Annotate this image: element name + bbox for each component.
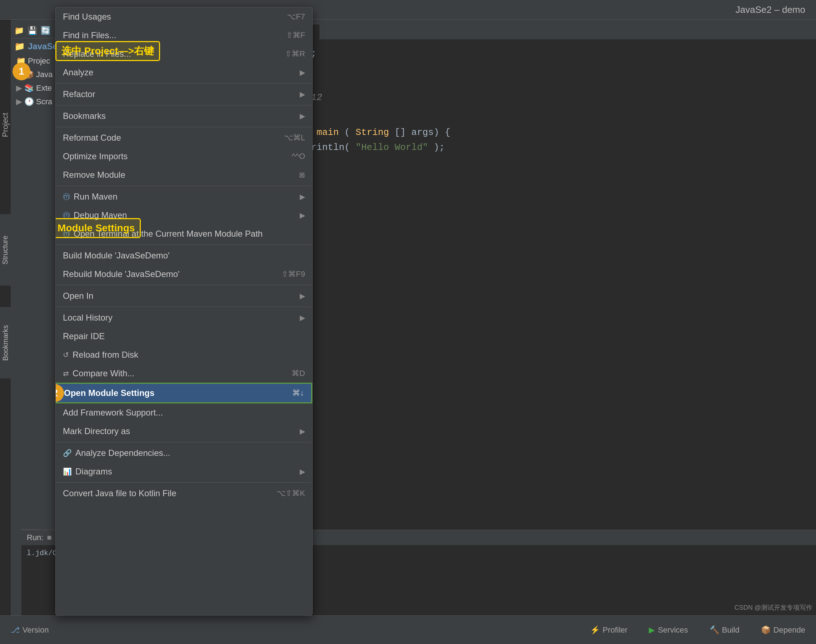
bookmarks-tab-label: Bookmarks (2, 325, 10, 360)
menu-open-module-settings[interactable]: 2 Open Module Settings ⌘↓ (56, 383, 312, 403)
compare-with-label: Compare With... (72, 368, 134, 379)
menu-build-module[interactable]: Build Module 'JavaSeDemo' (56, 246, 312, 265)
menu-add-framework[interactable]: Add Framework Support... (56, 403, 312, 422)
analyze-deps-label: Analyze Dependencies... (75, 448, 171, 458)
compare-with-shortcut: ⌘D (292, 369, 305, 378)
mark-directory-arrow: ▶ (300, 427, 305, 435)
menu-repair-ide[interactable]: Repair IDE (56, 327, 312, 345)
menu-analyze-deps[interactable]: 🔗 Analyze Dependencies... (56, 444, 312, 462)
diagrams-label: Diagrams (75, 466, 112, 477)
reload-icon: ↺ (63, 351, 69, 359)
separator-8 (56, 442, 312, 442)
services-icon: ▶ (649, 626, 655, 635)
convert-kotlin-label: Convert Java file to Kotlin File (63, 488, 176, 498)
run-maven-arrow: ▶ (300, 192, 305, 201)
annotation-bubble-2: 2 (55, 384, 64, 402)
folder-icon[interactable]: 📁 (14, 26, 24, 35)
remove-module-label: Remove Module (63, 170, 125, 180)
refactor-label: Refactor (63, 89, 95, 99)
separator-1 (56, 83, 312, 84)
optimize-imports-label: Optimize Imports (63, 151, 128, 161)
bottom-services[interactable]: ▶ Services (645, 624, 691, 636)
menu-analyze[interactable]: Analyze ▶ (56, 63, 312, 82)
analyze-arrow: ▶ (300, 68, 305, 77)
annotation-box-1: 选中 Project—>右键 (55, 41, 160, 61)
build-label: Build (722, 626, 739, 635)
code-line-1: sjj.demo1; (261, 46, 805, 61)
code-line-date: /7/12 11:12 (261, 90, 805, 105)
find-usages-shortcut: ⌥F7 (287, 12, 305, 21)
open-module-settings-label: Open Module Settings (64, 388, 154, 398)
annotation-text-1: 选中 Project—>右键 (61, 45, 154, 57)
code-line-chinese: 琵琶 (261, 76, 805, 90)
bookmarks-label: Bookmarks (63, 111, 106, 121)
bottom-build[interactable]: 🔨 Build (706, 624, 743, 636)
expand-arrow-3: ▶ (16, 97, 22, 106)
menu-mark-directory[interactable]: Mark Directory as ▶ (56, 422, 312, 440)
mark-directory-label: Mark Directory as (63, 426, 130, 436)
profiler-icon: ⚡ (590, 626, 600, 635)
context-menu: Find Usages ⌥F7 Find in Files... ⇧⌘F Rep… (55, 7, 313, 615)
root-folder-icon: 📁 (14, 41, 25, 51)
find-in-files-label: Find in Files... (63, 30, 116, 40)
build-module-label: Build Module 'JavaSeDemo' (63, 251, 170, 261)
watermark-text: CSDN @测试开发专项写作 (735, 604, 813, 611)
menu-local-history[interactable]: Local History ▶ (56, 308, 312, 327)
refresh-icon[interactable]: 🔄 (41, 26, 51, 35)
separator-2 (56, 105, 312, 105)
separator-7 (56, 307, 312, 307)
menu-compare-with[interactable]: ⇄ Compare With... ⌘D (56, 364, 312, 383)
analyze-deps-icon: 🔗 (63, 449, 72, 457)
bookmarks-tab[interactable]: Bookmarks (0, 307, 11, 379)
annotation-bubble-1: 1 (12, 63, 30, 80)
open-in-label: Open In (63, 291, 93, 301)
tab-bar: C demo.java × (250, 20, 816, 39)
menu-refactor[interactable]: Refactor ▶ (56, 85, 312, 104)
bottom-version[interactable]: ⎇ Version (7, 624, 52, 636)
external-label: Exte (36, 84, 52, 93)
scratch-icon: 🕐 (24, 97, 34, 106)
optimize-imports-shortcut: ^^O (292, 152, 305, 161)
annotation-box-2: 点击 Open Module Settings (55, 218, 141, 238)
bottom-dependencies[interactable]: 📦 Depende (758, 624, 809, 636)
separator-3 (56, 127, 312, 127)
debug-maven-arrow: ▶ (300, 211, 305, 219)
project-tab-label: Project (1, 113, 10, 137)
menu-find-usages[interactable]: Find Usages ⌥F7 (56, 8, 312, 26)
menu-diagrams[interactable]: 📊 Diagrams ▶ (56, 462, 312, 481)
run-maven-label: Run Maven (74, 192, 118, 202)
convert-kotlin-shortcut: ⌥⇧⌘K (277, 489, 305, 498)
open-module-settings-shortcut: ⌘↓ (292, 388, 304, 398)
bookmarks-arrow: ▶ (300, 112, 305, 120)
external-icon: 📚 (24, 84, 34, 93)
build-icon: 🔨 (710, 626, 719, 635)
menu-rebuild-module[interactable]: Rebuild Module 'JavaSeDemo' ⇧⌘F9 (56, 265, 312, 284)
code-editor[interactable]: sjj.demo1; 琵琶 /7/12 11:12 demo { atic vo… (250, 39, 816, 615)
menu-convert-kotlin[interactable]: Convert Java file to Kotlin File ⌥⇧⌘K (56, 484, 312, 503)
structure-tab[interactable]: Structure (0, 214, 11, 285)
menu-reload-disk[interactable]: ↺ Reload from Disk (56, 345, 312, 364)
menu-reformat[interactable]: Reformat Code ⌥⌘L (56, 129, 312, 147)
refactor-arrow: ▶ (300, 90, 305, 98)
add-framework-label: Add Framework Support... (63, 408, 163, 418)
menu-open-in[interactable]: Open In ▶ (56, 287, 312, 305)
save-icon[interactable]: 💾 (28, 26, 37, 35)
menu-optimize-imports[interactable]: Optimize Imports ^^O (56, 147, 312, 166)
structure-tab-label: Structure (2, 235, 10, 264)
version-icon: ⎇ (11, 626, 20, 635)
run-maven-icon: ⓜ (63, 192, 70, 202)
services-label: Services (658, 626, 688, 635)
menu-run-maven[interactable]: ⓜ Run Maven ▶ (56, 187, 312, 206)
replace-in-files-shortcut: ⇧⌘R (285, 49, 305, 58)
expand-arrow-2: ▶ (16, 84, 22, 93)
annotation-text-2: 点击 Open Module Settings (55, 222, 135, 233)
menu-bookmarks[interactable]: Bookmarks ▶ (56, 107, 312, 125)
scratch-label: Scra (36, 97, 52, 106)
analyze-label: Analyze (63, 67, 93, 77)
menu-remove-module[interactable]: Remove Module ⊠ (56, 166, 312, 184)
local-history-label: Local History (63, 313, 112, 323)
bottom-profiler[interactable]: ⚡ Profiler (587, 624, 631, 636)
project-tab[interactable]: Project (0, 71, 11, 178)
reload-disk-label: Reload from Disk (72, 350, 138, 360)
separator-4 (56, 186, 312, 186)
